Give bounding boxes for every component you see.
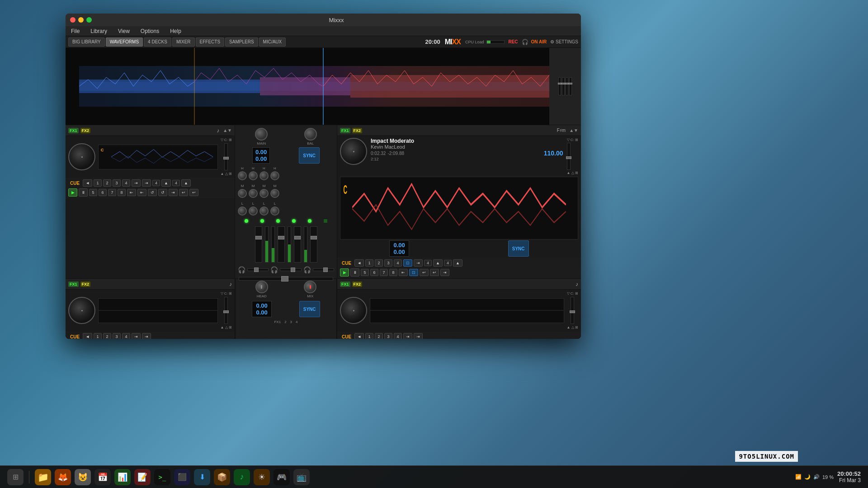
deck2-pitch-thumb[interactable] — [566, 156, 571, 159]
tab-waveforms[interactable]: WAVEFORMS — [106, 38, 143, 47]
taskbar-vm[interactable]: ⬛ — [174, 469, 190, 485]
deck1-fwd-icon[interactable]: ⇤ — [137, 189, 146, 196]
taskbar-calendar[interactable]: 📅 — [94, 469, 111, 485]
deck3-beatjump2[interactable]: ⇥ — [142, 333, 151, 339]
deck1-cue-prev[interactable]: ◄ — [83, 179, 92, 187]
ch-fader-1-thumb[interactable] — [255, 236, 262, 239]
tab-big-library[interactable]: BIG LIBRARY — [68, 38, 105, 47]
deck1-beatjump-icon[interactable]: ⇥ — [132, 179, 141, 187]
ch-fader-4[interactable] — [310, 226, 317, 263]
deck2-loop-up[interactable]: ▲ — [433, 259, 443, 267]
deck2-extra2[interactable]: ↩ — [430, 269, 439, 276]
hp-fader-track[interactable] — [247, 268, 269, 271]
deck2-fx2-badge[interactable]: FX2 — [352, 128, 363, 133]
deck3-hotcue-1[interactable]: 1 — [94, 333, 102, 339]
deck1-loop-up[interactable]: ▲ — [161, 179, 171, 187]
taskbar-steam[interactable]: 🎮 — [274, 469, 290, 485]
tab-mic-aux[interactable]: MIC/AUX — [259, 38, 286, 47]
on-air-button[interactable]: ON AIR — [531, 39, 547, 44]
deck1-extra2[interactable]: ↩ — [179, 189, 188, 196]
deck1-hotcue-4[interactable]: 4 — [122, 179, 130, 187]
taskbar-faces[interactable]: 😺 — [75, 469, 91, 485]
eq-thumb-1[interactable] — [558, 83, 561, 84]
ch-fader-2-thumb[interactable] — [278, 236, 284, 239]
deck1-transport-6[interactable]: 6 — [99, 189, 107, 196]
ch-fader-3-thumb[interactable] — [294, 236, 301, 239]
mixer-bal-knob[interactable] — [304, 128, 317, 141]
deck2-pitch-slider[interactable] — [567, 143, 571, 170]
deck4-pitch-thumb[interactable] — [570, 310, 575, 313]
deck1-vinyl[interactable] — [68, 143, 95, 170]
eq-h3-knob[interactable] — [259, 171, 269, 180]
taskbar-firefox[interactable]: 🦊 — [55, 469, 71, 485]
deck2-vinyl[interactable] — [340, 138, 367, 165]
deck1-play-btn[interactable]: ▶ — [68, 188, 77, 197]
deck2-transport-8[interactable]: 8 — [389, 269, 397, 276]
deck2-loop-active-2[interactable]: ⊡ — [409, 269, 418, 276]
hp-fader-3-thumb[interactable] — [323, 267, 328, 272]
deck2-hotcue-4[interactable]: 4 — [394, 259, 402, 267]
deck4-fx1-badge[interactable]: FX1 — [340, 282, 350, 287]
deck1-headphone-icon[interactable]: ♪ — [217, 127, 219, 134]
deck1-loop-down[interactable]: ▲ — [181, 179, 191, 187]
deck2-hotcue-2[interactable]: 2 — [375, 259, 383, 267]
taskbar-files[interactable]: 📁 — [35, 469, 51, 485]
deck4-hotcue-1[interactable]: 1 — [365, 333, 373, 339]
deck3-hotcue-2[interactable]: 2 — [103, 333, 111, 339]
deck2-loop-down[interactable]: ▲ — [453, 259, 462, 267]
taskbar-monitor[interactable]: 📺 — [293, 469, 310, 485]
menu-file[interactable]: File — [69, 27, 81, 35]
eq-slider-1[interactable] — [558, 77, 561, 95]
deck1-transport-7[interactable]: 7 — [108, 189, 116, 196]
mixer-bot-main-knob[interactable] — [255, 281, 268, 293]
deck1-transport-8[interactable]: 8 — [118, 189, 126, 196]
eq-l3-knob[interactable] — [259, 206, 269, 216]
deck1-loop-size[interactable]: 4 — [152, 180, 160, 186]
taskbar-terminal[interactable]: >_ — [154, 469, 170, 485]
deck1-pitch-slider[interactable] — [224, 143, 228, 170]
eq-h4-knob[interactable] — [270, 171, 279, 180]
deck4-hotcue-4[interactable]: 4 — [394, 333, 402, 339]
menu-library[interactable]: Library — [89, 27, 109, 35]
deck2-loop-size2[interactable]: 4 — [444, 260, 452, 266]
eq-thumb-2[interactable] — [561, 83, 565, 84]
eq-slider-4[interactable] — [569, 77, 572, 95]
rec-button[interactable]: REC — [508, 39, 518, 44]
deck3-hotcue-3[interactable]: 3 — [113, 333, 121, 339]
eq-thumb-3[interactable] — [565, 83, 569, 84]
deck4-headphone-icon[interactable]: ♪ — [576, 281, 578, 287]
taskbar-editor[interactable]: 📝 — [134, 469, 151, 485]
deck1-pause-btn[interactable]: ⏸ — [79, 188, 88, 197]
deck1-beatjump-icon2[interactable]: ⇥ — [142, 179, 151, 187]
deck1-loop-icon[interactable]: ↺ — [148, 189, 157, 196]
deck1-extra1[interactable]: ⇥ — [169, 189, 178, 196]
mixer-master-knob[interactable] — [255, 128, 268, 141]
eq-slider-2[interactable] — [562, 77, 565, 95]
crossfader-track[interactable] — [239, 277, 333, 281]
deck2-extra1[interactable]: ↩ — [420, 269, 429, 276]
eq-h2-knob[interactable] — [249, 171, 258, 180]
eq-h-knob-l[interactable] — [238, 171, 247, 180]
menu-help[interactable]: Help — [168, 27, 183, 35]
deck2-loop-size[interactable]: 4 — [424, 260, 432, 266]
deck3-fx2-badge[interactable]: FX2 — [80, 282, 91, 287]
eq-slider-3[interactable] — [566, 77, 568, 95]
tab-4decks[interactable]: 4 DECKS — [144, 38, 171, 47]
eq-thumb-4[interactable] — [569, 83, 572, 84]
ch-fader-1[interactable] — [255, 226, 262, 263]
deck2-transport-7[interactable]: 7 — [380, 269, 388, 276]
mixer-bot-mix-knob[interactable] — [304, 281, 316, 293]
deck1-hotcue-3[interactable]: 3 — [113, 179, 121, 187]
eq-m2-knob[interactable] — [249, 189, 258, 198]
deck4-pitch-slider[interactable] — [571, 297, 574, 324]
deck2-sync-btn[interactable]: SYNC — [508, 240, 529, 257]
deck1-pitch-thumb[interactable] — [223, 157, 229, 160]
ch-fader-3[interactable] — [294, 226, 301, 263]
hp-fader-2-thumb[interactable] — [291, 267, 295, 272]
deck3-fx1-badge[interactable]: FX1 — [68, 282, 79, 287]
crossfader-thumb[interactable] — [281, 276, 288, 282]
deck2-loop-arrow[interactable]: ⇥ — [414, 259, 423, 267]
deck4-vinyl[interactable] — [340, 297, 367, 324]
deck4-cue-prev[interactable]: ◄ — [354, 333, 364, 339]
deck2-play-btn[interactable]: ▶ — [340, 268, 349, 277]
